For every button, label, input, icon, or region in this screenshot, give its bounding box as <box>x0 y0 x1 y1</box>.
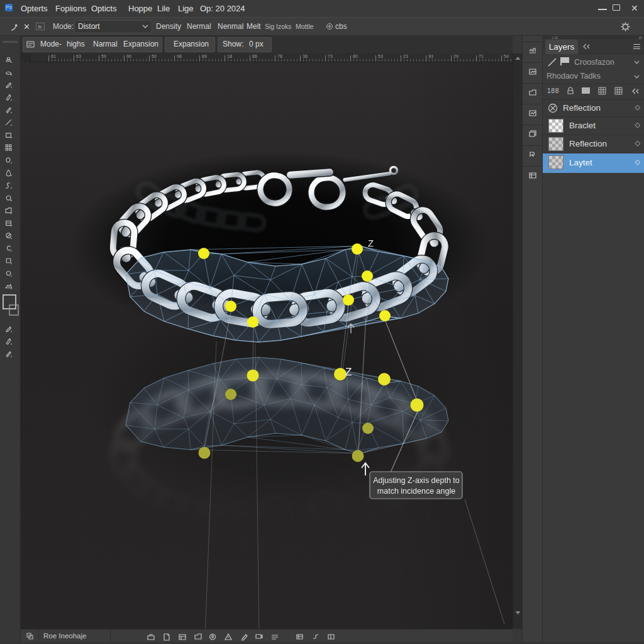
svg-text:Z: Z <box>368 238 374 248</box>
svg-text:match incidence angle: match incidence angle <box>377 487 455 496</box>
svg-text:Z: Z <box>345 366 352 378</box>
svg-text:Adjusting Z-axis depth to: Adjusting Z-axis depth to <box>373 476 460 485</box>
